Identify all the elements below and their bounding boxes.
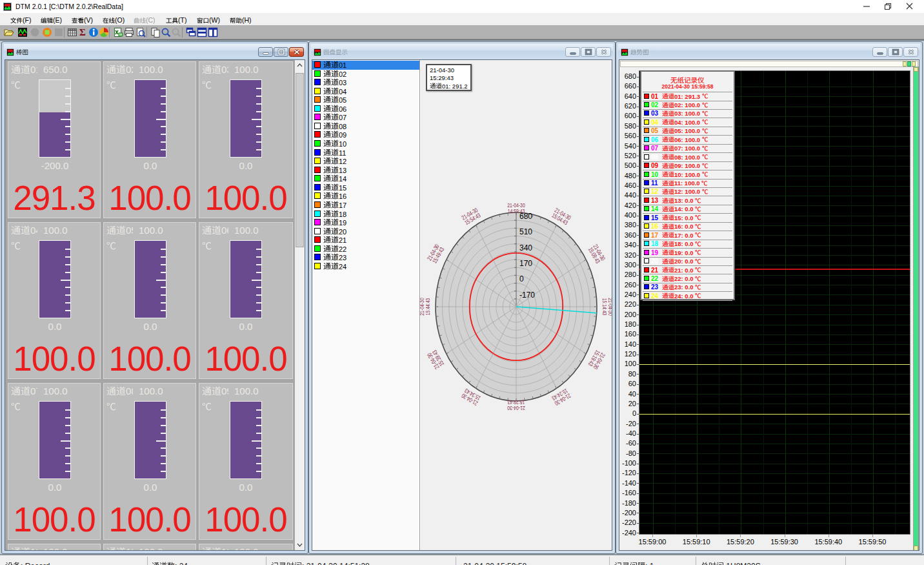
svg-text:170: 170 (519, 259, 532, 268)
svg-text:Σ: Σ (79, 27, 86, 37)
svg-text:510: 510 (519, 227, 532, 236)
svg-text:-170: -170 (519, 291, 535, 300)
svg-text:0: 0 (519, 274, 524, 283)
svg-text:340: 340 (519, 243, 532, 252)
